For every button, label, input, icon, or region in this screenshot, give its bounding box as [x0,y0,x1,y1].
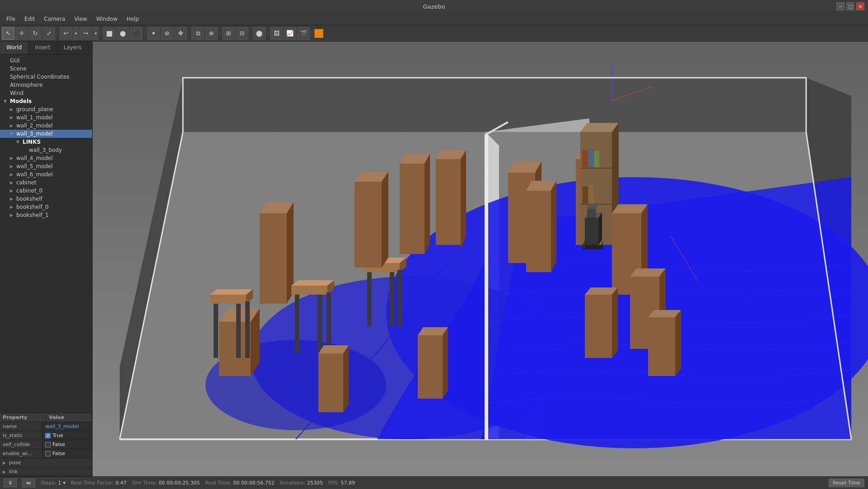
scale-button[interactable]: ⤢ [42,27,55,40]
translate-button[interactable]: ✛ [15,27,28,40]
select-button[interactable]: ↖ [2,27,14,40]
tree-wall3[interactable]: ▼ wall_3_model [0,130,92,138]
tree-wall2[interactable]: ▶ wall_2_model [0,122,92,130]
menu-camera[interactable]: Camera [39,14,70,24]
steps-label: Steps: [41,480,56,486]
tree-spherical-coords[interactable]: Spherical Coordinates [0,73,92,81]
tab-world[interactable]: World [0,42,28,54]
video-button[interactable]: 🎬 [297,27,310,40]
sep3: │ [144,27,146,40]
prop-row-isstatic: is_static ✓ True [0,431,92,440]
reset-time-button[interactable]: Reset Time [829,479,864,487]
prop-expand-pose[interactable]: ▶ pose [0,458,92,467]
tab-insert[interactable]: Insert [28,42,57,54]
prop-row-enablewi: enable_wi... False [0,449,92,458]
tree-atmosphere[interactable]: Atmosphere [0,81,92,89]
tree-gui[interactable]: GUI [0,56,92,65]
w3b-label: wall_3_body [29,147,62,153]
rtf-item: Real Time Factor: 0.47 [71,480,126,486]
cylinder-button[interactable]: ⬛ [130,27,143,40]
svg-marker-51 [210,295,246,304]
svg-rect-71 [397,270,402,326]
box-button[interactable]: ■ [103,27,116,40]
enablewi-value: False [52,451,65,456]
sphere-button[interactable]: ● [117,27,129,40]
pause-button[interactable]: ⏸ [4,479,17,487]
menu-window[interactable]: Window [92,14,122,24]
svg-marker-81 [318,353,343,412]
tree-cabinet[interactable]: ▶ cabinet [0,179,92,187]
tree-models[interactable]: ▼ Models [0,97,92,105]
menu-help[interactable]: Help [122,14,143,24]
tree-cabinet0[interactable]: ▶ cabinet_0 [0,187,92,195]
restore-button[interactable]: □ [846,2,854,10]
pointlight-button[interactable]: ✦ [147,27,160,40]
tree-ground-plane[interactable]: ▶ ground_plane [0,105,92,113]
close-button[interactable]: ✕ [856,2,864,10]
w2-label: wall_2_model [16,122,53,129]
toolbar: ↖ ✛ ↻ ⤢ │ ↩ ▾ ↪ ▾ │ ■ ● ⬛ │ ✦ ⊛ ✤ │ ⧉ ⊕ … [0,25,868,42]
tree-wall3-body[interactable]: wall_3_body [0,146,92,154]
align-button[interactable]: ⊞ [222,27,235,40]
tree-wall5[interactable]: ▶ wall_5_model [0,162,92,170]
color-swatch[interactable] [314,29,323,38]
cab-label: cabinet [16,179,37,186]
prop-col-value: Value [46,413,92,422]
link-label: link [9,469,18,475]
tree-wall4[interactable]: ▶ wall_4_model [0,154,92,162]
sep5: │ [219,27,221,40]
minimize-button[interactable]: ─ [836,2,845,10]
w2-arrow: ▶ [10,123,14,128]
svg-marker-124 [587,209,596,218]
plot-button[interactable]: 📈 [284,27,296,40]
tree-bookshelf0[interactable]: ▶ bookshelf_0 [0,203,92,211]
spotlight-button[interactable]: ⊛ [161,27,173,40]
svg-marker-84 [418,335,443,399]
redo-button[interactable]: ↪ [79,27,92,40]
selfcollide-checkbox[interactable] [45,442,51,447]
enablewi-checkbox[interactable] [45,451,51,456]
dirlight-button[interactable]: ✤ [174,27,187,40]
tree-wind[interactable]: Wind [0,89,92,97]
screenshot-button[interactable]: 🖼 [270,27,283,40]
copy-button[interactable]: ⧉ [191,27,204,40]
rotate-button[interactable]: ↻ [29,27,42,40]
selfcollide-value: False [52,442,65,447]
tree-links[interactable]: ▼ LINKS [0,138,92,146]
snap-button[interactable]: ⊟ [236,27,248,40]
prop-val-selfcollide[interactable]: False [42,440,92,449]
svg-marker-80 [461,150,466,249]
tab-bar: World Insert Layers [0,42,92,55]
svg-marker-83 [343,345,349,412]
tree-wall6[interactable]: ▶ wall_6_model [0,170,92,179]
redo-arrow[interactable]: ▾ [93,27,98,40]
prop-expand-link[interactable]: ▶ link [0,467,92,476]
menu-file[interactable]: File [2,14,20,24]
prop-val-name[interactable]: wall_3_model [42,422,92,431]
undo-arrow[interactable]: ▾ [73,27,79,40]
svg-marker-78 [436,159,461,245]
undo-button[interactable]: ↩ [60,27,72,40]
tree-wall1[interactable]: ▶ wall_1_model [0,113,92,122]
isstatic-checkbox[interactable]: ✓ [45,433,51,438]
atm-label: Atmosphere [10,82,43,88]
steps-arrow[interactable]: ▾ [63,480,65,486]
prop-val-isstatic[interactable]: ✓ True [42,431,92,440]
cab0-arrow: ▶ [10,188,14,193]
viewport[interactable] [93,42,868,476]
menu-view[interactable]: View [70,14,91,24]
prop-val-enablewi[interactable]: False [42,449,92,458]
menu-edit[interactable]: Edit [20,14,39,24]
window-controls[interactable]: ─ □ ✕ [836,2,864,10]
tab-layers[interactable]: Layers [57,42,89,54]
tree-scene[interactable]: Scene [0,65,92,73]
tree-bookshelf[interactable]: ▶ bookshelf [0,195,92,203]
paste-button[interactable]: ⊕ [205,27,218,40]
w6-arrow: ▶ [10,172,14,177]
record-button[interactable]: ⬤ [253,27,266,40]
prop-col-property: Property [0,413,46,422]
3d-scene [93,42,868,476]
tree-bookshelf1[interactable]: ▶ bookshelf_1 [0,211,92,219]
step-button[interactable]: ⏭ [22,479,35,487]
svg-marker-120 [675,310,681,376]
